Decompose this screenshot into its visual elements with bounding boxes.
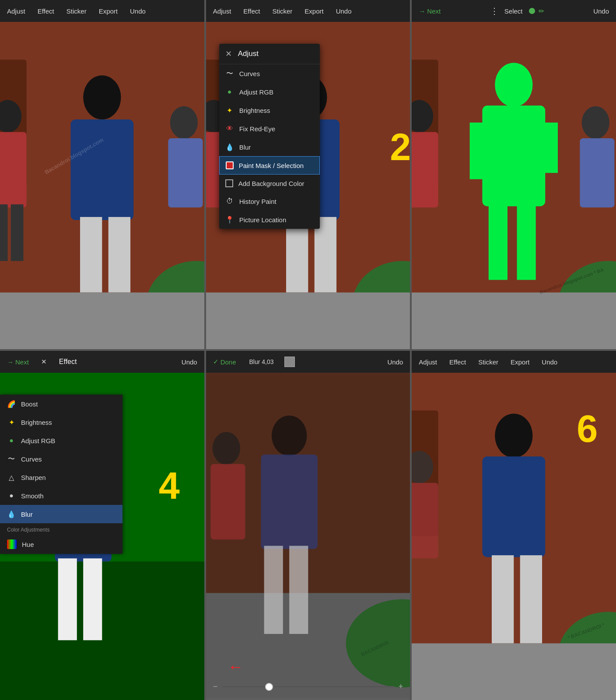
slider-thumb[interactable] — [265, 683, 273, 691]
svg-rect-36 — [517, 204, 536, 280]
main-grid: Adjust Effect Sticker Export Undo — [0, 0, 616, 700]
effect-brightness-icon: ✦ — [7, 418, 16, 427]
next-arrow-icon-4: → — [7, 358, 14, 366]
fix-red-eye-label: Fix Red-Eye — [239, 125, 276, 133]
arrow-annotation: ← — [228, 658, 244, 676]
blur-label: Blur — [239, 144, 251, 151]
adjust-btn-6[interactable]: Adjust — [416, 357, 440, 368]
photo-svg-1: ♛ 1 — [0, 22, 204, 349]
blur-info-label: Blur 4,03 — [246, 358, 277, 365]
svg-text:2: 2 — [390, 126, 410, 168]
next-btn-3[interactable]: → Next — [416, 6, 443, 17]
svg-rect-74 — [412, 644, 616, 700]
effect-blur[interactable]: 💧 Blur — [0, 505, 122, 523]
select-btn-3[interactable]: Select — [502, 6, 525, 17]
menu-add-background[interactable]: Add Background Color — [219, 175, 320, 192]
adjust-btn-1[interactable]: Adjust — [4, 6, 28, 17]
undo-btn-3[interactable]: Undo — [591, 6, 612, 17]
dots-menu-icon[interactable]: ⋮ — [490, 6, 498, 16]
toolbar-5: ✓ Done Blur 4,03 Undo — [206, 351, 410, 373]
effect-boost[interactable]: 🌈 Boost — [0, 395, 122, 413]
effect-blur-label: Blur — [21, 511, 33, 518]
export-btn-6[interactable]: Export — [508, 357, 532, 368]
menu-picture-location[interactable]: 📍 Picture Location — [219, 210, 320, 229]
svg-rect-70 — [520, 555, 542, 643]
undo-btn-6[interactable]: Undo — [539, 357, 560, 368]
menu-adjust-rgb[interactable]: ● Adjust RGB — [219, 83, 320, 101]
svg-rect-69 — [492, 555, 514, 643]
photo-svg-3: 3 — [412, 22, 616, 349]
photo-bg-6: 6 * BACANDROI * — [412, 373, 616, 700]
svg-rect-50 — [83, 558, 102, 640]
undo-btn-1[interactable]: Undo — [127, 6, 148, 17]
slider-plus-btn[interactable]: + — [399, 682, 403, 691]
toolbar-2: Adjust Effect Sticker Export Undo — [206, 0, 410, 22]
undo-btn-5[interactable]: Undo — [385, 357, 406, 368]
export-btn-2[interactable]: Export — [302, 6, 326, 17]
sticker-btn-1[interactable]: Sticker — [64, 6, 89, 17]
svg-point-4 — [83, 75, 121, 119]
photo-area-5: 5. ← − + BACANDROI — [206, 373, 410, 700]
adjust-dropdown: ✕ Adjust 〜 Curves ● Adjust RGB ✦ Brightn… — [219, 44, 320, 229]
dropdown-header: ✕ Adjust — [219, 44, 320, 64]
slider-track[interactable] — [222, 686, 394, 687]
slider-minus-btn[interactable]: − — [213, 682, 218, 691]
svg-rect-44 — [412, 293, 616, 349]
cell-4: → Next ✕ Effect Undo 4 — [0, 351, 204, 700]
effect-blur-icon: 💧 — [7, 510, 16, 518]
svg-rect-68 — [483, 456, 546, 557]
photo-bg-4: 4 🌈 Boost ✦ Brightness ● Adjust RGB — [0, 373, 204, 700]
done-label-5: Done — [220, 358, 236, 366]
effect-brightness[interactable]: ✦ Brightness — [0, 413, 122, 431]
cell-3: → Next ⋮ Select ✏ Undo — [412, 0, 616, 349]
menu-fix-red-eye[interactable]: 👁 Fix Red-Eye — [219, 119, 320, 138]
menu-brightness[interactable]: ✦ Brightness — [219, 101, 320, 119]
menu-curves[interactable]: 〜 Curves — [219, 64, 320, 83]
cell-5: ✓ Done Blur 4,03 Undo — [206, 351, 410, 700]
effect-adjust-rgb[interactable]: ● Adjust RGB — [0, 431, 122, 450]
sticker-btn-6[interactable]: Sticker — [476, 357, 501, 368]
next-label-3: Next — [427, 7, 441, 15]
undo-btn-4[interactable]: Undo — [179, 357, 200, 368]
brightness-icon: ✦ — [225, 106, 234, 115]
boost-label: Boost — [21, 400, 38, 408]
toolbar-1: Adjust Effect Sticker Export Undo — [0, 0, 204, 22]
effect-curves-icon: 〜 — [7, 455, 16, 463]
svg-rect-16 — [0, 293, 204, 349]
sticker-btn-2[interactable]: Sticker — [270, 6, 295, 17]
menu-history-paint[interactable]: ⏱ History Paint — [219, 192, 320, 210]
next-btn-4[interactable]: → Next — [4, 357, 32, 368]
menu-paint-mask[interactable]: Paint Mask / Selection — [219, 156, 320, 175]
fix-red-eye-icon: 👁 — [225, 124, 234, 133]
cell-2: Adjust Effect Sticker Export Undo — [206, 0, 410, 349]
effect-hue-icon — [7, 539, 17, 549]
effect-smooth[interactable]: ● Smooth — [0, 486, 122, 505]
curves-label: Curves — [239, 70, 260, 77]
svg-rect-7 — [108, 217, 130, 293]
photo-area-6: 6 * BACANDROI * — [412, 373, 616, 700]
history-paint-icon: ⏱ — [225, 197, 234, 206]
effect-hue[interactable]: Hue — [0, 535, 122, 554]
photo-area-1: ♛ 1 Bacandroi.blogspot.com — [0, 22, 204, 349]
svg-rect-37 — [470, 122, 492, 179]
pencil-icon[interactable]: ✏ — [539, 7, 544, 15]
close-btn-4[interactable]: ✕ — [38, 356, 49, 368]
effect-btn-2[interactable]: Effect — [241, 6, 262, 17]
svg-rect-61 — [206, 373, 410, 700]
done-btn-5[interactable]: ✓ Done — [210, 356, 239, 368]
effect-title-4: Effect — [56, 356, 80, 368]
effect-btn-6[interactable]: Effect — [447, 357, 469, 368]
svg-rect-72 — [412, 483, 438, 559]
add-background-label: Add Background Color — [238, 180, 304, 187]
export-btn-1[interactable]: Export — [96, 6, 120, 17]
menu-blur[interactable]: 💧 Blur — [219, 138, 320, 156]
color-adjustments-label: Color Adjustments — [0, 523, 122, 535]
undo-btn-2[interactable]: Undo — [333, 6, 354, 17]
toolbar-3: → Next ⋮ Select ✏ Undo — [412, 0, 616, 22]
close-dropdown-btn[interactable]: ✕ — [225, 49, 232, 59]
brightness-label: Brightness — [239, 107, 270, 114]
effect-sharpen[interactable]: △ Sharpen — [0, 468, 122, 486]
effect-btn-1[interactable]: Effect — [35, 6, 57, 17]
effect-curves[interactable]: 〜 Curves — [0, 450, 122, 468]
adjust-btn-2[interactable]: Adjust — [210, 6, 234, 17]
